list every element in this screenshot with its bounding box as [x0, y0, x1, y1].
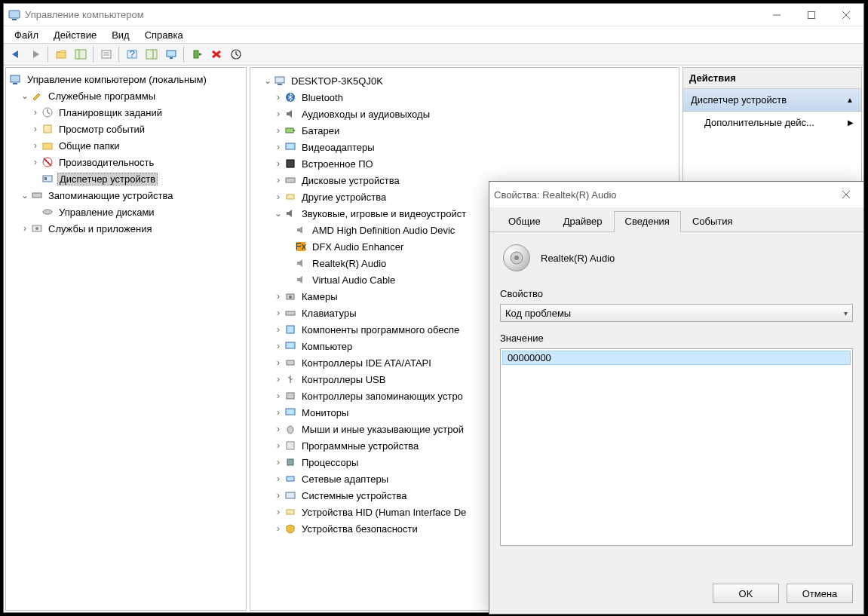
dialog-close-button[interactable]: [829, 183, 863, 206]
expand-icon[interactable]: ›: [273, 407, 284, 418]
collapse-icon[interactable]: ⌄: [262, 75, 273, 86]
nav-forward-button[interactable]: [26, 45, 44, 63]
expand-icon[interactable]: ›: [273, 473, 284, 484]
actions-header: Действия: [683, 68, 861, 89]
help-button[interactable]: ?: [123, 45, 141, 63]
expand-icon[interactable]: ›: [30, 124, 41, 134]
expand-icon[interactable]: ›: [273, 490, 284, 501]
device-speaker-icon: [503, 244, 530, 271]
tree-disk-management[interactable]: Управление дисками: [9, 204, 246, 220]
expand-icon[interactable]: ›: [273, 308, 284, 318]
tab-general[interactable]: Общие: [497, 211, 552, 232]
monitor-button[interactable]: [162, 45, 180, 63]
svg-rect-22: [11, 75, 20, 82]
tree-event-viewer[interactable]: ›Просмотр событий: [9, 121, 246, 137]
menu-view[interactable]: Вид: [104, 28, 137, 42]
expand-icon[interactable]: ›: [273, 291, 284, 302]
actions-title-row[interactable]: Диспетчер устройств ▲: [683, 89, 861, 112]
expand-icon[interactable]: ›: [30, 140, 41, 151]
expand-icon[interactable]: ›: [273, 125, 284, 136]
chevron-down-icon: ▾: [844, 309, 848, 317]
menu-action[interactable]: Действие: [46, 28, 104, 42]
tree-shared-folders[interactable]: ›Общие папки: [9, 137, 246, 154]
cat-row[interactable]: ›Видеоадаптеры: [262, 139, 679, 155]
collapse-icon[interactable]: ⌄: [20, 90, 30, 101]
actions-more-row[interactable]: Дополнительные дейс... ▶: [683, 112, 861, 133]
expand-icon[interactable]: ›: [273, 109, 284, 119]
tab-driver[interactable]: Драйвер: [552, 211, 614, 232]
expand-icon[interactable]: ›: [273, 324, 284, 335]
expand-icon[interactable]: ›: [273, 523, 284, 534]
tree-performance[interactable]: ›Производительность: [9, 154, 246, 170]
tree-storage[interactable]: ⌄Запоминающие устройства: [9, 187, 246, 204]
expand-icon[interactable]: ›: [273, 374, 284, 385]
speaker-icon: [294, 223, 308, 237]
tree-services-apps[interactable]: ›Службы и приложения: [9, 220, 246, 237]
camera-icon: [284, 290, 297, 303]
property-combo[interactable]: Код проблемы ▾: [500, 304, 853, 322]
tab-details[interactable]: Сведения: [614, 211, 681, 232]
expand-icon[interactable]: ›: [30, 107, 41, 118]
tab-events[interactable]: События: [681, 211, 744, 232]
storage-controller-icon: [284, 389, 297, 403]
maximize-button[interactable]: [794, 4, 829, 26]
cat-row[interactable]: ›Встроенное ПО: [262, 155, 679, 172]
disable-button[interactable]: [207, 45, 225, 63]
speaker-icon: [294, 273, 308, 287]
menu-file[interactable]: Файл: [7, 28, 46, 42]
cancel-button[interactable]: Отмена: [787, 584, 853, 603]
nav-back-button[interactable]: [7, 45, 25, 63]
device-root[interactable]: ⌄DESKTOP-3K5QJ0K: [262, 72, 679, 89]
dialog-window-controls: [829, 183, 863, 206]
expand-icon[interactable]: ›: [273, 158, 284, 169]
collapse-icon[interactable]: ⌄: [20, 190, 30, 201]
expand-icon[interactable]: ›: [30, 157, 41, 167]
tree-device-manager[interactable]: Диспетчер устройств: [9, 170, 246, 187]
toolbar: ?: [4, 43, 863, 66]
tree-root[interactable]: Управление компьютером (локальным): [9, 71, 246, 87]
expand-icon[interactable]: ›: [273, 142, 284, 152]
sound-icon: [284, 207, 297, 220]
up-folder-button[interactable]: [52, 45, 70, 63]
hid-icon: [284, 505, 297, 519]
svg-rect-1: [12, 19, 17, 20]
expand-icon[interactable]: ›: [273, 341, 284, 351]
update-driver-button[interactable]: [227, 45, 245, 63]
expand-icon[interactable]: ›: [273, 457, 284, 467]
expand-icon[interactable]: ›: [273, 424, 284, 434]
cat-row[interactable]: ›Батареи: [262, 122, 679, 139]
svg-rect-43: [287, 195, 294, 199]
svg-rect-39: [293, 130, 295, 131]
expand-icon[interactable]: ›: [273, 92, 284, 103]
show-hide-tree-button[interactable]: [72, 45, 90, 63]
collapse-icon[interactable]: ⌄: [273, 208, 284, 219]
expand-icon[interactable]: ›: [273, 192, 284, 202]
properties-button[interactable]: [97, 45, 115, 63]
menu-help[interactable]: Справка: [137, 28, 191, 42]
svg-rect-41: [287, 160, 294, 167]
value-item[interactable]: 00000000: [502, 351, 851, 365]
scan-hardware-button[interactable]: [188, 45, 206, 63]
expand-icon[interactable]: ›: [20, 223, 30, 234]
expand-icon[interactable]: ›: [273, 440, 284, 451]
action-pane-button[interactable]: [143, 45, 161, 63]
expand-icon[interactable]: ›: [273, 507, 284, 517]
tools-icon: [30, 89, 44, 103]
tree-system-tools[interactable]: ⌄ Служебные программы: [9, 87, 246, 104]
value-listbox[interactable]: 00000000: [500, 348, 853, 546]
expand-icon[interactable]: ›: [273, 357, 284, 368]
cat-row[interactable]: ›Аудиовходы и аудиовыходы: [262, 106, 679, 122]
svg-rect-36: [278, 84, 282, 85]
cat-row[interactable]: ›Bluetooth: [262, 89, 679, 106]
app-icon: [8, 9, 20, 21]
firmware-icon: [284, 157, 297, 170]
bluetooth-icon: [284, 90, 297, 104]
ok-button[interactable]: OK: [713, 584, 779, 603]
software-device-icon: [284, 439, 297, 452]
expand-icon[interactable]: ›: [273, 391, 284, 401]
minimize-button[interactable]: [759, 4, 794, 26]
expand-icon[interactable]: ›: [273, 175, 284, 185]
close-button[interactable]: [829, 4, 863, 26]
console-tree[interactable]: Управление компьютером (локальным) ⌄ Слу…: [6, 68, 246, 240]
tree-task-scheduler[interactable]: ›Планировщик заданий: [9, 104, 246, 121]
